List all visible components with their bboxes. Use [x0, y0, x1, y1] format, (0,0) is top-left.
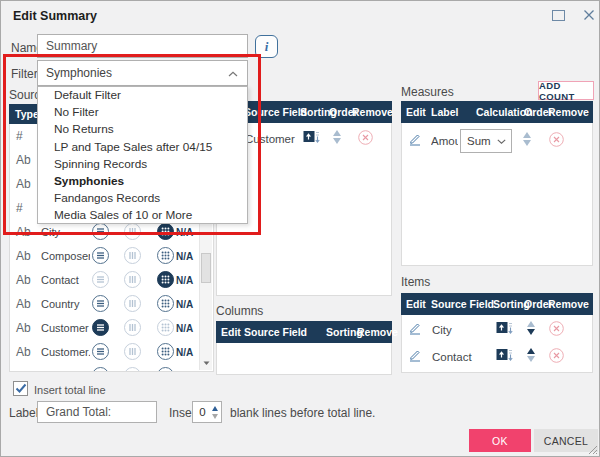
measures-header: Edit Label Calculation Order Remove: [401, 101, 593, 123]
remove-icon[interactable]: [549, 321, 564, 339]
ok-button[interactable]: OK: [469, 429, 531, 452]
chevron-up-icon: [228, 71, 238, 77]
spinner-up-icon[interactable]: [212, 406, 218, 411]
field-name-label: Customer: [41, 322, 90, 334]
filter-combobox[interactable]: Symphonies: [37, 60, 248, 86]
remove-icon[interactable]: [549, 132, 564, 150]
sorting-icon[interactable]: [496, 348, 513, 366]
columns-title: Columns: [216, 304, 263, 318]
rows-toggle-icon[interactable]: [92, 295, 109, 312]
filter-dropdown-item[interactable]: Spinning Records: [38, 156, 247, 173]
calculation-value: Sum: [467, 135, 491, 147]
items-toggle-icon[interactable]: [157, 295, 174, 312]
edit-pencil-icon[interactable]: [408, 321, 422, 338]
na-label: N/A: [176, 371, 193, 372]
items-toggle-icon[interactable]: [157, 271, 174, 288]
row-field-label: Contact: [432, 351, 472, 363]
items-toggle-icon[interactable]: [157, 319, 174, 336]
rows-toggle-icon[interactable]: [92, 271, 109, 288]
order-control: [527, 321, 535, 335]
insert-total-line-checkbox[interactable]: [13, 381, 28, 396]
scrollbar-down-button[interactable]: [200, 357, 212, 370]
dialog-title: Edit Summary: [13, 9, 97, 23]
items-title: Items: [401, 275, 430, 289]
name-input[interactable]: [37, 34, 248, 58]
source-field-row: Ab Contact N/A: [10, 268, 213, 292]
move-down-icon[interactable]: [527, 356, 535, 362]
move-up-icon[interactable]: [333, 130, 341, 136]
sorting-icon[interactable]: [496, 321, 513, 339]
move-up-icon[interactable]: [527, 321, 535, 327]
items-toggle-icon[interactable]: [157, 367, 174, 372]
filter-dropdown-item[interactable]: Media Sales of 10 or More: [38, 207, 247, 224]
filter-dropdown-item[interactable]: Default Filter: [38, 87, 247, 104]
checkmark-icon: [15, 383, 27, 394]
field-type-label: Ab: [16, 249, 40, 263]
field-type-label: Ab: [16, 345, 40, 359]
filter-dropdown-item[interactable]: No Filter: [38, 104, 247, 121]
edit-pencil-icon[interactable]: [408, 132, 422, 149]
rows-toggle-icon[interactable]: [92, 367, 109, 372]
remove-icon[interactable]: [358, 130, 373, 148]
field-type-label: Ab: [16, 297, 40, 311]
spinner-down-icon[interactable]: [212, 414, 218, 419]
blank-lines-spinner[interactable]: 0: [192, 401, 222, 423]
info-button[interactable]: i: [255, 35, 278, 58]
total-label-input[interactable]: [37, 401, 157, 423]
rows-toggle-icon[interactable]: [92, 247, 109, 264]
rows-toggle-icon[interactable]: [92, 319, 109, 336]
filter-dropdown-item[interactable]: Symphonies: [38, 173, 247, 190]
columns-toggle-icon[interactable]: [124, 319, 141, 336]
move-down-icon[interactable]: [527, 329, 535, 335]
edit-pencil-icon[interactable]: [408, 348, 422, 365]
items-toggle-icon[interactable]: [157, 223, 174, 240]
filter-dropdown-item[interactable]: No Returns: [38, 121, 247, 138]
edit-summary-dialog: Edit Summary Name i Filter Symphonies So…: [0, 0, 600, 457]
columns-toggle-icon[interactable]: [124, 271, 141, 288]
items-table: City: [401, 315, 593, 373]
move-up-icon[interactable]: [523, 132, 531, 138]
items-table-row: City: [402, 315, 592, 342]
resize-grip-icon[interactable]: [587, 444, 598, 455]
source-field-row: Ab Customer... N/A: [10, 340, 213, 364]
field-name-label: City: [41, 226, 90, 238]
field-name-label: Contact: [41, 274, 90, 286]
blank-lines-suffix: blank lines before total line.: [230, 406, 375, 420]
move-down-icon[interactable]: [333, 138, 341, 144]
column-header-edit: Edit: [221, 326, 241, 338]
add-count-button[interactable]: ADD COUNT: [538, 81, 594, 100]
move-down-icon[interactable]: [523, 140, 531, 146]
na-label: N/A: [176, 323, 193, 334]
columns-toggle-icon[interactable]: [124, 367, 141, 372]
calculation-select[interactable]: Sum: [460, 129, 512, 153]
items-toggle-icon[interactable]: [157, 343, 174, 360]
close-button[interactable]: [577, 5, 600, 25]
measures-table: Amou... Sum: [401, 123, 593, 266]
source-field-row: Ab Customer N/A: [10, 316, 213, 340]
column-header-label: Label: [431, 106, 458, 118]
items-table-row: Contact: [402, 342, 592, 369]
filter-dropdown-item[interactable]: Fandangos Records: [38, 190, 247, 207]
rows-toggle-icon[interactable]: [92, 223, 109, 240]
items-header: Edit Source Field Sorting Order Remove: [401, 293, 593, 315]
measure-label: Amou...: [431, 135, 458, 147]
filter-label: Filter: [11, 67, 38, 81]
na-label: N/A: [176, 227, 193, 238]
columns-toggle-icon[interactable]: [124, 343, 141, 360]
scrollbar-thumb[interactable]: [201, 253, 211, 283]
filter-value: Symphonies: [46, 66, 112, 80]
columns-toggle-icon[interactable]: [124, 295, 141, 312]
columns-toggle-icon[interactable]: [124, 247, 141, 264]
move-up-icon[interactable]: [527, 348, 535, 354]
remove-icon[interactable]: [549, 348, 564, 366]
spinner-value: 0: [193, 406, 212, 418]
rows-toggle-icon[interactable]: [92, 343, 109, 360]
maximize-button[interactable]: [546, 5, 570, 25]
items-toggle-icon[interactable]: [157, 247, 174, 264]
maximize-icon: [552, 10, 565, 21]
columns-toggle-icon[interactable]: [124, 223, 141, 240]
column-header-source-field: Source Field: [244, 326, 307, 338]
sorting-icon[interactable]: [303, 130, 320, 148]
order-control: [523, 132, 531, 146]
filter-dropdown-item[interactable]: LP and Tape Sales after 04/15: [38, 139, 247, 156]
